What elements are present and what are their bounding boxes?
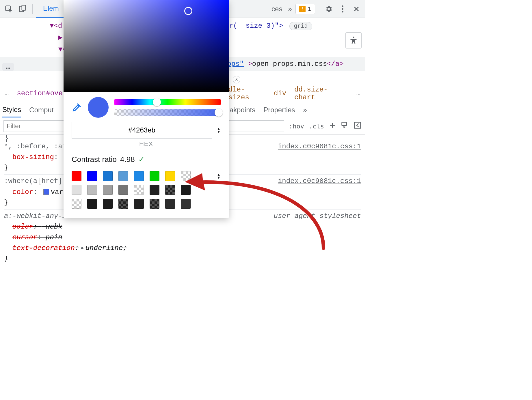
css-property: color	[12, 223, 33, 231]
palette-swatch[interactable]	[118, 199, 128, 209]
palette-swatch[interactable]	[103, 185, 113, 195]
css-rule-ua[interactable]: user agent stylesheet a:-webkit-any-l co…	[4, 211, 361, 266]
ua-label: user agent stylesheet	[274, 211, 361, 221]
palette-swatch[interactable]	[181, 199, 191, 209]
breadcrumb-right-ellipsis[interactable]: …	[356, 89, 360, 97]
new-style-rule-icon[interactable]	[329, 122, 336, 131]
remove-chip[interactable]: x	[233, 76, 240, 83]
sv-field[interactable]	[64, 0, 229, 92]
source-link[interactable]: index.c0c9081c.css:1	[278, 141, 361, 152]
css-property: box-sizing	[12, 153, 54, 161]
warning-icon: !	[299, 6, 306, 12]
svg-point-3	[342, 5, 343, 7]
contrast-label: Contrast ratio	[72, 155, 117, 164]
palette-switcher[interactable]: ▲▼	[217, 173, 221, 179]
alpha-slider[interactable]	[114, 109, 221, 116]
tab-elements[interactable]: Elem	[36, 0, 66, 18]
palette-swatch[interactable]	[118, 185, 128, 195]
palette-swatch[interactable]	[134, 199, 144, 209]
accessibility-icon[interactable]	[345, 32, 362, 48]
palette-swatch[interactable]	[72, 185, 81, 195]
divider	[320, 4, 320, 14]
subtab-styles[interactable]: Styles	[2, 106, 21, 117]
css-value: -webk	[42, 223, 62, 231]
tab-truncated-right[interactable]: ces	[269, 0, 284, 18]
svg-point-6	[353, 37, 354, 38]
issues-count: 1	[308, 5, 311, 13]
sv-handle[interactable]	[184, 7, 192, 15]
subtab-properties[interactable]: Properties	[263, 106, 295, 114]
subtabs-overflow[interactable]: »	[303, 106, 307, 114]
palette-swatch[interactable]	[150, 199, 159, 209]
grid-badge[interactable]: grid	[289, 22, 312, 30]
breadcrumb-item[interactable]: dle-sizes	[228, 86, 266, 101]
format-switcher[interactable]: ▲▼	[217, 127, 221, 133]
color-format-label: HEX	[64, 140, 229, 151]
inspect-element-icon[interactable]	[2, 3, 15, 15]
breadcrumb-item[interactable]: section#ove	[17, 89, 62, 97]
palette-swatch[interactable]	[103, 171, 113, 181]
kebab-menu-icon[interactable]	[336, 3, 349, 15]
href-tail: ops"	[227, 60, 244, 68]
tree-node[interactable]: ▼<d	[50, 22, 62, 30]
color-palette: ▲▼	[64, 168, 229, 218]
css-property: color	[12, 188, 33, 196]
palette-swatch[interactable]	[134, 171, 144, 181]
contrast-value: 4.98	[120, 155, 135, 164]
cls-toggle[interactable]: .cls	[309, 123, 324, 130]
palette-swatch[interactable]	[150, 185, 159, 195]
hov-toggle[interactable]: :hov	[289, 123, 304, 130]
palette-swatch[interactable]	[72, 171, 81, 181]
hex-input[interactable]	[72, 122, 212, 139]
link-text: open-props.min.css	[252, 60, 327, 68]
contrast-row[interactable]: Contrast ratio 4.98 ✓	[64, 151, 229, 168]
alpha-handle[interactable]	[215, 109, 223, 117]
palette-swatch[interactable]	[87, 199, 97, 209]
palette-swatch[interactable]	[87, 171, 97, 181]
svg-rect-2	[22, 5, 26, 10]
source-link[interactable]: index.c0c9081c.css:1	[278, 176, 361, 186]
breadcrumb-item[interactable]: div	[274, 89, 286, 97]
palette-swatch[interactable]	[165, 185, 175, 195]
tabs-overflow[interactable]: »	[286, 0, 294, 18]
palette-swatch[interactable]	[118, 171, 128, 181]
selector: a:-webkit-any-l	[4, 212, 66, 220]
attr-value: var(--size-3)">	[221, 22, 283, 30]
settings-icon[interactable]	[322, 3, 335, 15]
subtab-computed[interactable]: Comput	[29, 106, 53, 114]
css-value: poin	[46, 233, 62, 241]
paintbrush-icon[interactable]	[341, 121, 349, 131]
divider	[32, 4, 33, 14]
computed-toggle-icon[interactable]	[354, 121, 362, 131]
close-tag: </a>	[327, 60, 344, 68]
selector: *, :before, :af	[4, 143, 66, 150]
palette-swatch[interactable]	[150, 171, 159, 181]
subtab-breakpoints[interactable]: eakpoints	[226, 106, 255, 114]
palette-swatch[interactable]	[87, 185, 97, 195]
css-property: cursor	[12, 233, 37, 241]
palette-swatch[interactable]	[165, 171, 175, 181]
color-picker: ▲▼ HEX Contrast ratio 4.98 ✓ ▲▼	[64, 0, 229, 218]
svg-rect-8	[355, 122, 361, 128]
palette-swatch[interactable]	[181, 185, 191, 195]
color-preview	[88, 97, 109, 118]
hue-slider[interactable]	[114, 99, 221, 105]
svg-point-5	[342, 11, 343, 12]
eyedropper-icon[interactable]	[72, 102, 82, 113]
palette-swatch[interactable]	[165, 199, 175, 209]
tree-ellipsis[interactable]: …	[2, 63, 14, 71]
hue-handle[interactable]	[153, 98, 161, 106]
svg-rect-7	[342, 122, 347, 126]
close-devtools-icon[interactable]	[350, 3, 363, 15]
palette-swatch[interactable]	[134, 185, 144, 195]
check-icon: ✓	[138, 155, 145, 164]
color-swatch[interactable]	[43, 189, 49, 195]
svg-point-4	[342, 8, 343, 10]
breadcrumb-item[interactable]: dd.size-chart	[294, 86, 348, 101]
palette-swatch[interactable]	[181, 171, 191, 181]
breadcrumb-left-ellipsis[interactable]: …	[5, 89, 9, 97]
issues-badge[interactable]: ! 1	[295, 4, 315, 14]
palette-swatch[interactable]	[103, 199, 113, 209]
palette-swatch[interactable]	[72, 199, 81, 209]
device-toolbar-icon[interactable]	[16, 3, 29, 15]
